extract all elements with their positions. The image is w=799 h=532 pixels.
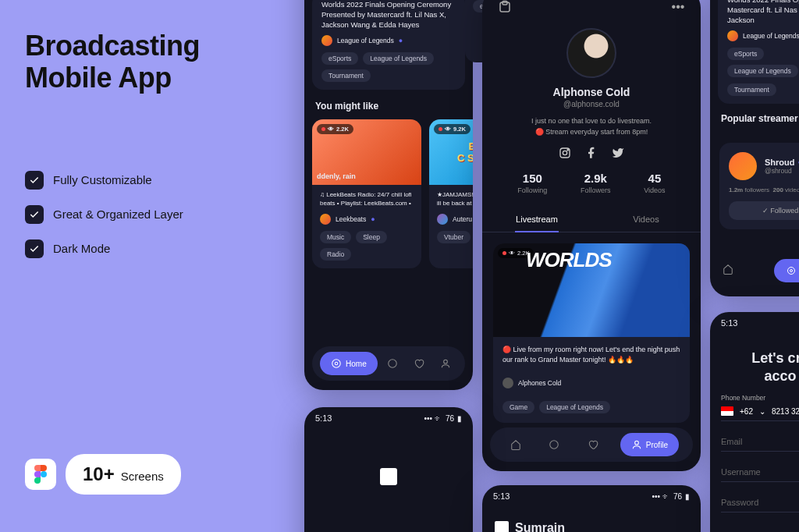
section-heading: Popular streamer <box>710 110 799 132</box>
chip[interactable]: eSports <box>727 48 764 60</box>
chip[interactable]: Sleep <box>356 231 387 243</box>
email-field[interactable]: Email <box>721 431 799 452</box>
stream-card[interactable]: 👁 9.2KERU'SC STREAM ★JAMJAMS! TREAMATHON… <box>429 119 473 268</box>
streamer-name: Shroud <box>765 158 795 167</box>
feature-label: Dark Mode <box>53 242 110 255</box>
author-name: League of Legends <box>337 37 394 44</box>
chip[interactable]: League of Legends <box>363 52 434 65</box>
svg-rect-5 <box>500 2 510 12</box>
chip[interactable]: League of Legends <box>727 65 798 77</box>
password-field[interactable]: Password <box>721 491 799 512</box>
chip[interactable]: League of Legends <box>539 401 610 413</box>
twitter-icon[interactable] <box>612 147 624 159</box>
live-badge: 👁 9.2K <box>434 124 471 134</box>
nav-home[interactable]: Home <box>320 352 378 375</box>
avatar <box>320 214 331 225</box>
facebook-icon[interactable] <box>585 147 598 159</box>
phone-input[interactable]: +62 ⌄ 8213 322 <box>721 406 799 421</box>
username-field[interactable]: Username <box>721 461 799 482</box>
streamer-avatar <box>729 152 757 180</box>
author-name: Leekbeats <box>336 215 366 223</box>
stat-following[interactable]: 150Following <box>517 172 547 194</box>
screens-count: 10+ <box>83 463 115 485</box>
feature-item: Great & Organized Layer <box>25 205 275 224</box>
chip[interactable]: Game <box>502 401 534 413</box>
field-label: Phone Number <box>721 394 799 402</box>
brand-logo <box>380 468 397 485</box>
screen-signup: 5:13 Let's creacco Phone Number +62 ⌄ 82… <box>710 312 799 532</box>
discover-button[interactable]: Discove <box>774 259 799 282</box>
live-badge: 👁 2.2K <box>317 124 353 134</box>
author-name: Auteru <box>453 215 472 223</box>
svg-point-2 <box>335 362 338 365</box>
stat-followers[interactable]: 2.9kFollowers <box>581 172 611 194</box>
stream-overlay: WORLDS <box>526 248 612 272</box>
bottom-nav: Home <box>312 346 465 381</box>
followed-button[interactable]: ✓ Followed <box>729 201 799 220</box>
verified-icon: ● <box>399 37 403 44</box>
back-icon[interactable] <box>495 0 515 17</box>
chevron-down-icon[interactable]: ⌄ <box>759 407 765 416</box>
screen-feed: Worlds 2022 Finals Opening Ceremony Pres… <box>304 0 473 390</box>
tab-videos[interactable]: Videos <box>591 207 701 232</box>
feature-list: Fully Customizable Great & Organized Lay… <box>25 171 275 258</box>
nav-profile[interactable]: Profile <box>620 433 679 456</box>
nav-home[interactable] <box>723 264 733 278</box>
tab-livestream[interactable]: Livestream <box>482 207 591 232</box>
nav-home[interactable] <box>504 433 527 456</box>
author-name: Alphones Cold <box>518 379 561 387</box>
avatar <box>437 214 448 225</box>
dial-code: +62 <box>740 407 753 416</box>
chip[interactable]: Tournament <box>727 83 776 96</box>
svg-point-10 <box>550 441 559 449</box>
chip[interactable]: Music <box>320 231 351 243</box>
svg-point-8 <box>563 151 566 154</box>
feed-card[interactable]: Worlds 2022 Finals Opening Ceremony Pres… <box>312 0 465 90</box>
chip[interactable]: eSports <box>321 52 358 65</box>
screen-brand: 5:13••• ᯤ 76▮ Sumrain <box>482 485 701 532</box>
avatar <box>727 30 738 41</box>
status-time: 5:13 <box>493 491 510 501</box>
check-icon <box>25 239 44 258</box>
stream-card[interactable]: 👁 2.2Kddenly, rain ♫ LeekBeats Radio: 24… <box>312 119 421 268</box>
feature-item: Fully Customizable <box>25 171 275 190</box>
stat-videos[interactable]: 45Videos <box>644 172 665 194</box>
chip[interactable]: Radio <box>320 248 351 261</box>
status-time: 5:13 <box>721 318 737 328</box>
svg-point-13 <box>790 270 793 272</box>
screen-profile: ••• Alphonse Cold @alphonse.cold I just … <box>482 0 701 471</box>
chip[interactable]: Vtuber <box>437 231 471 243</box>
nav-profile[interactable] <box>434 352 457 375</box>
stream-title: ♫ LeekBeats Radio: 24/7 chill lofi beats… <box>320 191 414 208</box>
nav-favorites[interactable] <box>581 433 605 456</box>
thumb-overlay: ddenly, rain <box>317 172 356 180</box>
check-icon <box>25 205 44 224</box>
svg-point-9 <box>567 150 568 151</box>
chip[interactable]: Tournament <box>321 69 371 82</box>
check-icon <box>25 171 44 190</box>
stream-card[interactable]: 👁 2.2K WORLDS 🔴 Live from my room right … <box>493 243 690 423</box>
svg-point-12 <box>788 268 795 275</box>
streamer-card[interactable]: Shroud● @shroud 1.2m followers 200 video… <box>719 143 799 229</box>
brand-name: Sumrain <box>515 521 565 532</box>
instagram-icon[interactable] <box>559 147 571 159</box>
avatar <box>502 378 513 388</box>
svg-point-1 <box>332 360 341 368</box>
status-icons: ••• ᯤ 76▮ <box>424 414 462 423</box>
profile-avatar[interactable] <box>566 28 616 78</box>
feature-label: Great & Organized Layer <box>53 207 183 221</box>
avatar <box>321 35 332 46</box>
profile-bio: I just no one that love to do livestream… <box>482 116 701 137</box>
more-icon[interactable]: ••• <box>668 0 688 17</box>
card-title: Worlds 2022 Finals Opening Ce Mastercard… <box>727 0 799 25</box>
thumb-overlay: ERU'S <box>468 140 473 152</box>
profile-name: Alphonse Cold <box>482 86 701 98</box>
screen-discover: Worlds 2022 Finals Opening Ce Mastercard… <box>710 0 799 296</box>
brand-logo <box>495 521 509 532</box>
nav-discover[interactable] <box>542 433 566 456</box>
feed-card[interactable]: Worlds 2022 Finals Opening Ce Mastercard… <box>718 0 799 104</box>
nav-favorites[interactable] <box>407 352 431 375</box>
nav-discover[interactable] <box>381 352 404 375</box>
screens-badge: 10+ Screens <box>66 454 181 495</box>
hero-headline: BroadcastingMobile App <box>25 30 275 94</box>
